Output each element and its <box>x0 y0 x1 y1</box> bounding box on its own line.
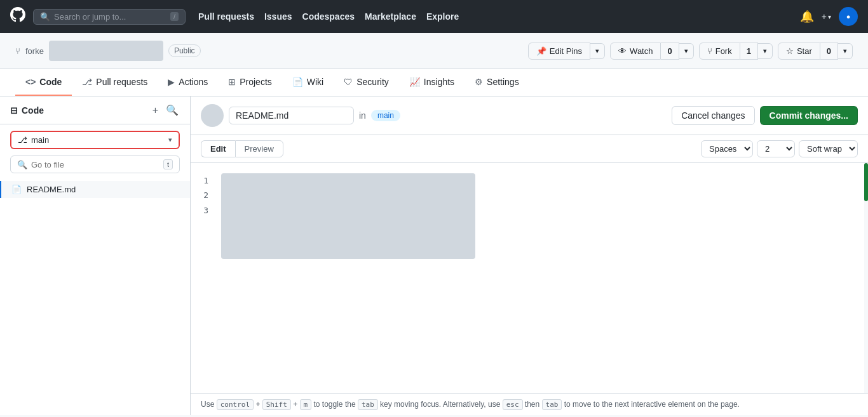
tab-pull-requests[interactable]: ⎇ Pull requests <box>72 69 158 96</box>
fork-button[interactable]: ⑂ Fork <box>699 43 740 60</box>
sidebar-title-label: Code <box>22 105 44 116</box>
star-button[interactable]: ☆ Star <box>778 43 820 60</box>
actions-tab-icon: ▶ <box>168 77 175 87</box>
pin-icon: 📌 <box>536 46 546 56</box>
pr-tab-icon: ⎇ <box>82 77 92 87</box>
insights-tab-icon: 📈 <box>409 77 420 87</box>
branch-selector-inner: ⎇ main <box>18 135 49 145</box>
fork-icon: ⑂ <box>15 46 20 56</box>
tab-projects-label: Projects <box>240 77 272 87</box>
preview-tab-button[interactable]: Preview <box>235 140 283 157</box>
projects-tab-icon: ⊞ <box>228 77 236 87</box>
tab-wiki[interactable]: 📄 Wiki <box>282 69 334 96</box>
commit-changes-button[interactable]: Commit changes... <box>760 106 858 125</box>
repo-header: ⑂ forke Public 📌 Edit Pins ▾ 👁 Watch 0 ▾… <box>0 33 868 69</box>
watch-group: 👁 Watch 0 ▾ <box>610 43 694 60</box>
shift-code: Shift <box>262 399 291 410</box>
code-toolbar: Edit Preview Spaces Tabs 2 4 Soft wrap N… <box>191 135 868 163</box>
tab-settings[interactable]: ⚙ Settings <box>465 69 529 96</box>
fork-caret[interactable]: ▾ <box>758 43 773 59</box>
in-label: in <box>359 110 366 121</box>
soft-wrap-select[interactable]: Soft wrap No wrap <box>799 140 858 157</box>
tab-security[interactable]: 🛡 Security <box>334 69 399 96</box>
cancel-changes-button[interactable]: Cancel changes <box>672 106 754 125</box>
explore-link[interactable]: Explore <box>426 11 459 22</box>
fork2-icon: ⑂ <box>707 46 712 56</box>
codespaces-link[interactable]: Codespaces <box>302 11 355 22</box>
code-content-area[interactable] <box>216 163 868 393</box>
search-placeholder: Search or jump to... <box>54 12 126 22</box>
branch-name: main <box>31 135 49 145</box>
watch-button[interactable]: 👁 Watch <box>610 43 661 60</box>
sidebar-collapse-button[interactable]: ⊟ Code <box>10 105 44 116</box>
issues-link[interactable]: Issues <box>264 11 292 22</box>
sidebar-header: ⊟ Code + 🔍 <box>0 96 190 124</box>
navbar: 🔍 Search or jump to... / Pull requests I… <box>0 0 868 33</box>
pull-requests-link[interactable]: Pull requests <box>198 11 254 22</box>
marketplace-link[interactable]: Marketplace <box>365 11 416 22</box>
file-icon: 📄 <box>11 185 22 194</box>
star-icon: ☆ <box>786 46 794 56</box>
editor-action-buttons: Cancel changes Commit changes... <box>672 106 858 125</box>
m-code: m <box>300 399 312 410</box>
code-editor-body: 1 2 3 <box>191 163 868 393</box>
security-tab-icon: 🛡 <box>344 77 353 87</box>
editor-user-avatar <box>201 104 224 127</box>
tab-projects[interactable]: ⊞ Projects <box>218 69 282 96</box>
user-avatar[interactable]: ● <box>839 7 858 26</box>
file-item-readme[interactable]: 📄 README.md <box>0 181 190 198</box>
line-number-3: 3 <box>198 203 208 218</box>
tab-code2: tab <box>542 399 562 410</box>
tab-code[interactable]: <> Code <box>15 69 72 96</box>
create-new-button[interactable]: + ▾ <box>822 11 831 22</box>
star-caret[interactable]: ▾ <box>838 43 853 59</box>
repo-tabs: <> Code ⎇ Pull requests ▶ Actions ⊞ Proj… <box>0 69 868 96</box>
sidebar-panel-icon: ⊟ <box>10 105 18 116</box>
star-group: ☆ Star 0 ▾ <box>778 43 853 60</box>
tab-insights[interactable]: 📈 Insights <box>399 69 465 96</box>
edit-pins-button[interactable]: 📌 Edit Pins <box>528 43 590 60</box>
footer-tip-text: Use control + Shift + m to toggle the ta… <box>201 400 740 409</box>
search-icon: 🔍 <box>40 12 50 22</box>
watch-count[interactable]: 0 <box>661 43 679 60</box>
repo-owner-label: forke <box>25 46 44 56</box>
branch-selector[interactable]: ⎇ main ▾ <box>10 131 180 149</box>
file-name: README.md <box>27 185 76 194</box>
branch-icon: ⎇ <box>18 135 27 145</box>
edit-pins-group: 📌 Edit Pins ▾ <box>528 43 605 60</box>
code-tab-icon: <> <box>25 77 36 87</box>
scrollbar-thumb <box>864 163 868 201</box>
spaces-select[interactable]: Spaces Tabs <box>701 140 753 157</box>
fork-count[interactable]: 1 <box>740 43 758 60</box>
watch-caret[interactable]: ▾ <box>679 43 694 59</box>
editor-area: in main Cancel changes Commit changes...… <box>191 96 868 415</box>
navbar-right: 🔔 + ▾ ● <box>800 7 858 26</box>
indent-select[interactable]: 2 4 <box>757 140 795 157</box>
tab-settings-label: Settings <box>487 77 519 87</box>
file-tree: 📄 README.md <box>0 178 190 201</box>
filename-input[interactable] <box>229 107 354 124</box>
search-bar[interactable]: 🔍 Search or jump to... / <box>33 9 186 25</box>
branch-badge: main <box>371 110 400 121</box>
settings-tab-icon: ⚙ <box>475 77 483 87</box>
code-options: Spaces Tabs 2 4 Soft wrap No wrap <box>701 140 858 157</box>
tab-wiki-label: Wiki <box>307 77 323 87</box>
edit-tab-button[interactable]: Edit <box>201 140 235 157</box>
fork-group: ⑂ Fork 1 ▾ <box>699 43 773 60</box>
esc-code: esc <box>503 399 523 410</box>
ctrl-code: control <box>217 399 254 410</box>
tab-actions[interactable]: ▶ Actions <box>158 69 218 96</box>
editor-footer: Use control + Shift + m to toggle the ta… <box>191 393 868 415</box>
search-files-button[interactable]: 🔍 <box>165 103 180 117</box>
add-file-button[interactable]: + <box>151 103 159 117</box>
github-logo-icon[interactable] <box>10 7 25 26</box>
notifications-icon[interactable]: 🔔 <box>800 10 814 23</box>
editor-scrollbar[interactable] <box>864 163 868 393</box>
edit-pins-caret[interactable]: ▾ <box>590 43 605 59</box>
repo-actions: 📌 Edit Pins ▾ 👁 Watch 0 ▾ ⑂ Fork 1 ▾ <box>528 43 853 60</box>
tab-security-label: Security <box>356 77 389 87</box>
go-to-file-input[interactable] <box>31 160 159 169</box>
star-count[interactable]: 0 <box>820 43 838 60</box>
search-slash: / <box>170 12 179 21</box>
search-file-icon: 🔍 <box>17 160 27 169</box>
